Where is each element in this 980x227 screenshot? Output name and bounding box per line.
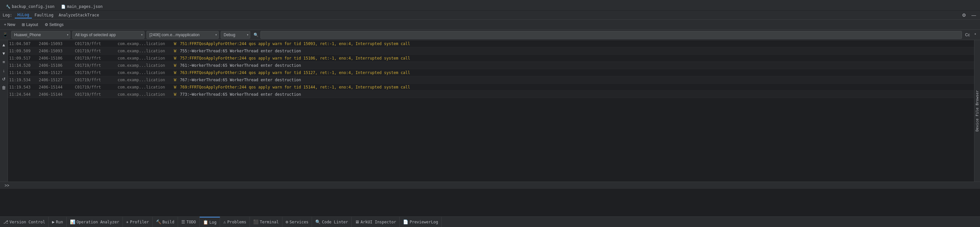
log-tid: C01719/ffrt: [75, 42, 118, 46]
status-item-terminal[interactable]: ⬛ Terminal: [250, 217, 282, 227]
log-time: 11:19.543: [9, 85, 39, 90]
log-time: 11:24.544: [9, 92, 39, 97]
todo-icon: ☰: [181, 219, 185, 224]
expand-button[interactable]: >>: [3, 182, 11, 189]
file-tab-label: backup_config.json: [12, 4, 54, 9]
json-file-icon-2: 📄: [61, 5, 66, 9]
tab-analyzestack[interactable]: AnalyzeStackTrace: [56, 12, 102, 18]
log-pid: 2406-15144: [39, 85, 75, 90]
asterisk-button[interactable]: *: [973, 32, 977, 38]
log-toolbar-actions: ⚙ —: [961, 12, 977, 18]
code-linter-label: Code Linter: [322, 220, 348, 224]
log-tid: C01719/ffrt: [75, 92, 118, 97]
refresh-button[interactable]: ↺: [1, 76, 7, 82]
profiler-label: Profiler: [130, 220, 149, 224]
new-button[interactable]: + New: [3, 22, 16, 28]
status-item-version-control[interactable]: ⎇ Version Control: [0, 217, 49, 227]
logs-select-wrapper: All logs of selected app: [72, 31, 145, 39]
log-time: 11:09.517: [9, 56, 39, 61]
run-label: Run: [56, 220, 63, 224]
scroll-up-button[interactable]: ▲: [1, 42, 7, 48]
services-label: Services: [290, 220, 309, 224]
action-bar: + New ⊞ Layout ⚙ Settings: [0, 20, 980, 30]
new-button-label: + New: [4, 22, 15, 27]
tab-faultlog[interactable]: FaultLog: [32, 12, 56, 18]
log-message: 773:~WorkerThread:65 WorkerThread enter …: [180, 92, 973, 97]
status-item-profiler[interactable]: ✈ Profiler: [123, 217, 153, 227]
problems-label: Problems: [227, 220, 246, 224]
log-icon: 📋: [203, 220, 208, 225]
file-tab-backup[interactable]: 🔧 backup_config.json: [3, 3, 58, 10]
search-input[interactable]: [261, 31, 962, 39]
log-time: 11:14.520: [9, 63, 39, 68]
table-row: 11:19.534 2406-15127 C01719/ffrt com.exa…: [8, 76, 974, 83]
status-item-previewer-log[interactable]: 📄 PreviewerLog: [400, 217, 442, 227]
settings-button-label: ⚙ Settings: [45, 22, 64, 27]
cc-button[interactable]: Cc: [964, 32, 972, 38]
status-item-problems[interactable]: ⚠ Problems: [220, 217, 250, 227]
terminal-icon: ⬛: [253, 219, 258, 224]
log-time: 11:09.509: [9, 49, 39, 53]
arkui-inspector-icon: 🖥: [355, 219, 359, 224]
status-item-todo[interactable]: ☰ TODO: [178, 217, 200, 227]
file-tab-main-pages[interactable]: 📄 main_pages.json: [58, 3, 106, 10]
minimize-button[interactable]: —: [970, 12, 977, 18]
status-item-arkui-inspector[interactable]: 🖥 ArkUI Inspector: [352, 217, 400, 227]
layout-button[interactable]: ⊞ Layout: [21, 22, 39, 28]
level-select[interactable]: Debug Info Warn Error: [221, 31, 250, 39]
device-file-browser-label[interactable]: Device File Browser: [975, 90, 979, 132]
log-time: 11:19.534: [9, 78, 39, 82]
problems-icon: ⚠: [223, 219, 226, 224]
settings-button[interactable]: ⚙ Settings: [43, 22, 65, 28]
log-tid: C01719/ffrt: [75, 85, 118, 90]
log-level: W: [170, 70, 180, 75]
filters-bar: 📱 Huawei_Phone All logs of selected app …: [0, 30, 980, 40]
log-app: com.examp...lication: [118, 49, 170, 53]
status-item-services[interactable]: ⚙ Services: [282, 217, 312, 227]
build-icon: 🔨: [156, 219, 161, 224]
status-item-operation-analyzer[interactable]: 📊 Operation Analyzer: [67, 217, 123, 227]
tab-hilog[interactable]: HiLog: [15, 12, 32, 18]
clear-button[interactable]: 🗑: [1, 84, 7, 91]
status-item-build[interactable]: 🔨 Build: [153, 217, 178, 227]
table-row: 11:09.509 2406-15093 C01719/ffrt com.exa…: [8, 47, 974, 54]
terminal-label: Terminal: [260, 220, 279, 224]
log-message: 767:~WorkerThread:65 WorkerThread enter …: [180, 78, 973, 82]
table-row: 11:24.544 2406-15144 C01719/ffrt com.exa…: [8, 91, 974, 98]
status-item-run[interactable]: ▶ Run: [49, 217, 67, 227]
status-item-log[interactable]: 📋 Log: [200, 217, 220, 227]
log-side-controls: ▲ ▼ ≡ ↓ ↺ 🗑: [0, 40, 8, 182]
log-app: com.examp...lication: [118, 42, 170, 46]
log-message: 763:FFRTQosApplyForOther:244 qos apply w…: [180, 70, 973, 75]
log-container: ▲ ▼ ≡ ↓ ↺ 🗑 11:04.507 2406-15093 C01719/…: [0, 40, 980, 182]
table-row: 11:09.517 2406-15106 C01719/ffrt com.exa…: [8, 54, 974, 62]
previewer-log-icon: 📄: [403, 219, 408, 224]
log-pid: 2406-15106: [39, 56, 75, 61]
right-sidebar[interactable]: Device File Browser: [974, 40, 980, 182]
log-level: W: [170, 63, 180, 68]
log-pid: 2406-15093: [39, 42, 75, 46]
scroll-down-button[interactable]: ▼: [1, 50, 7, 57]
wrap-button[interactable]: ≡: [1, 59, 7, 65]
log-app: com.examp...lication: [118, 85, 170, 90]
logs-select[interactable]: All logs of selected app: [72, 31, 145, 39]
log-level: W: [170, 85, 180, 90]
log-table: 11:04.507 2406-15093 C01719/ffrt com.exa…: [8, 40, 974, 182]
file-tab-label-2: main_pages.json: [67, 4, 102, 9]
scroll-end-button[interactable]: ↓: [1, 67, 7, 74]
status-item-code-linter[interactable]: 🔍 Code Linter: [312, 217, 352, 227]
run-icon: ▶: [52, 219, 54, 224]
log-message: 761:~WorkerThread:65 WorkerThread enter …: [180, 63, 973, 68]
search-icon: 🔍: [253, 33, 258, 37]
operation-analyzer-label: Operation Analyzer: [76, 220, 119, 224]
log-app: com.examp...lication: [118, 92, 170, 97]
settings-gear-button[interactable]: ⚙: [961, 12, 967, 18]
version-control-icon: ⎇: [3, 219, 8, 224]
log-level: W: [170, 42, 180, 46]
device-select[interactable]: Huawei_Phone: [11, 31, 70, 39]
table-row: 11:14.530 2406-15127 C01719/ffrt com.exa…: [8, 69, 974, 76]
log-pid: 2406-15127: [39, 78, 75, 82]
app-select[interactable]: [2406] com.e...myapplication: [146, 31, 219, 39]
log-tid: C01719/ffrt: [75, 70, 118, 75]
log-tid: C01719/ffrt: [75, 56, 118, 61]
